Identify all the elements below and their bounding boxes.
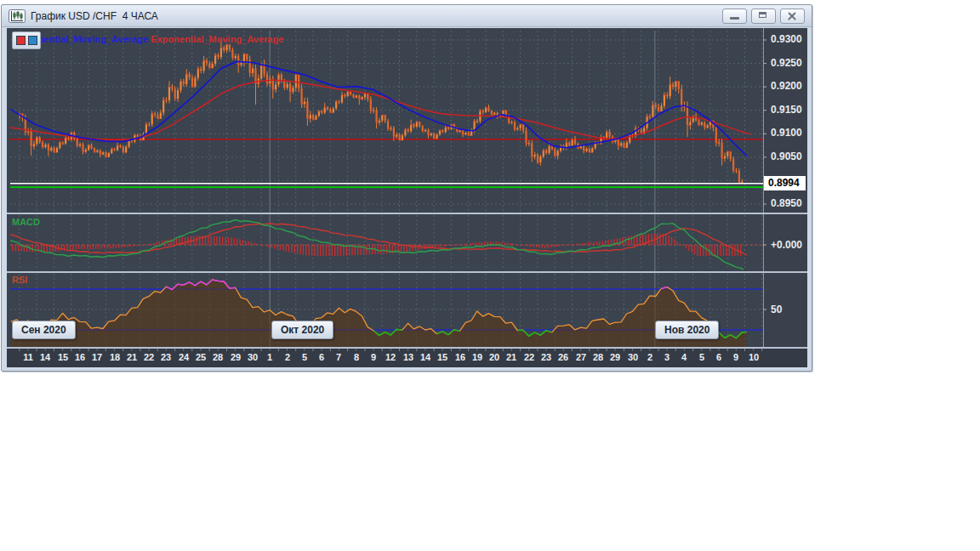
date-tick-label: 16 [75,352,85,362]
date-tick-label: 9 [733,352,738,362]
date-tick-label: 14 [420,352,430,362]
date-tick-label: 5 [699,352,704,362]
date-tick-label: 23 [161,352,171,362]
legend-swatch-box [12,31,41,49]
close-icon [781,9,804,23]
date-tick-label: 8 [354,352,359,362]
date-tick-label: 6 [716,352,721,362]
date-tick-label: 4 [681,352,687,362]
ema-fast-line [11,61,747,156]
date-tick-label: 22 [524,352,534,362]
macd-axis-value: +0.000 [771,239,802,251]
current-price-box: 0.8994 [764,176,806,190]
date-tick-label: 25 [196,352,206,362]
date-tick-label: 23 [541,352,551,362]
rsi-fill-area [11,280,747,347]
date-tick-label: 30 [248,352,258,362]
date-tick-label: 9 [371,352,376,362]
date-tick-label: 19 [472,352,482,362]
date-tick-label: 21 [127,352,137,362]
date-tick-label: 5 [302,352,307,362]
candlestick-chart-icon [9,9,26,23]
legend-ema-slow-label: Exponential_Moving_Average [151,34,283,44]
date-tick-label: 1 [267,352,272,362]
date-tick-label: 27 [576,352,586,362]
price-tick-label: 0.9050 [771,151,802,162]
date-tick-label: 11 [23,352,33,362]
date-tick-label: 15 [58,352,68,362]
rsi-panel-label: RSI [12,275,27,285]
panel-separator-rsi-dates[interactable] [7,347,807,349]
price-tick-label: 0.9300 [771,33,802,45]
month-label-box: Нов 2020 [655,321,719,339]
date-tick-label: 16 [455,352,465,362]
date-tick-label: 29 [231,352,241,362]
price-tick-label: 0.8950 [771,197,802,209]
month-label-box: Окт 2020 [271,321,333,339]
window-title: График USD /CHF 4 ЧАСА [31,10,718,22]
date-tick-label: 20 [489,352,499,362]
date-tick-label: 18 [110,352,120,362]
macd-panel-label: MACD [12,217,40,227]
date-tick-label: 13 [403,352,413,362]
rsi-axis-value: 50 [771,304,782,315]
panel-separator-main-macd[interactable] [7,213,807,214]
date-tick-label: 26 [558,352,568,362]
date-tick-label: 22 [144,352,154,362]
date-tick-label: 29 [610,352,620,362]
date-tick-label: 15 [437,352,447,362]
date-tick-label: 24 [179,352,189,362]
date-tick-label: 30 [628,352,638,362]
date-tick-label: 6 [319,352,324,362]
price-tick-label: 0.9100 [771,127,802,139]
date-tick-label: 28 [213,352,223,362]
window-titlebar[interactable]: График USD /CHF 4 ЧАСА [2,5,812,27]
restore-icon [759,12,766,18]
desktop-background: График USD /CHF 4 ЧАСА Exponential_Movin… [0,0,980,551]
price-tick-label: 0.9150 [771,104,802,116]
blue-swatch-icon [28,36,37,45]
restore-button[interactable] [751,9,776,24]
red-swatch-icon [16,36,26,45]
date-tick-label: 2 [647,352,652,362]
date-tick-label: 17 [92,352,102,362]
panel-separator-macd-rsi[interactable] [7,271,807,273]
date-tick-label: 7 [336,352,341,362]
date-tick-label: 12 [385,352,396,362]
date-tick-label: 3 [664,352,669,362]
price-tick-label: 0.9250 [771,57,802,69]
chart-content: Exponential_Moving_Average Exponential_M… [7,28,807,367]
date-tick-label: 21 [506,352,516,362]
date-tick-label: 2 [285,352,290,362]
month-label-box: Сен 2020 [12,321,76,339]
date-tick-label: 14 [40,352,50,362]
minimize-button[interactable] [722,9,747,24]
close-button[interactable] [780,9,805,24]
chart-window: График USD /CHF 4 ЧАСА Exponential_Movin… [1,4,812,372]
indicator-legend: Exponential_Moving_Average Exponential_M… [15,34,283,44]
date-tick-label: 28 [593,352,603,362]
minimize-icon [730,17,739,20]
chart-canvas[interactable] [7,28,807,367]
price-tick-label: 0.9200 [771,80,802,92]
date-tick-label: 10 [749,352,759,362]
candles-series [19,39,744,184]
